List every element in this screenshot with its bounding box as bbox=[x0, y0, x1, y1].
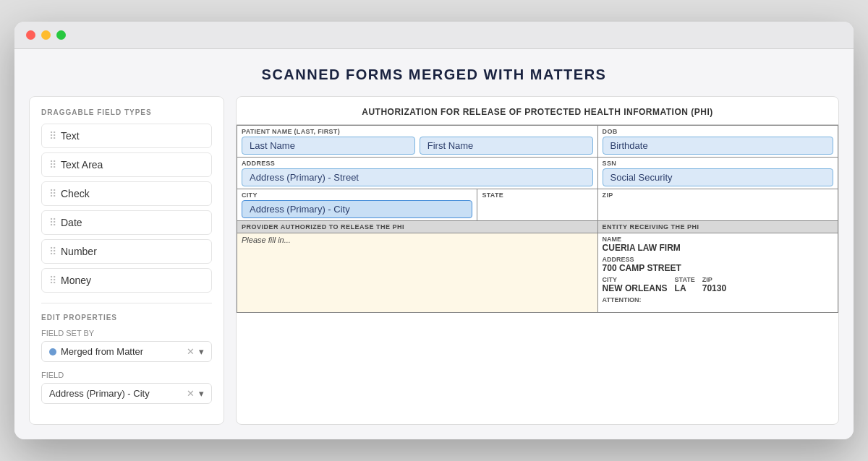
entity-label-cell: ENTITY RECEIVING THE PHI bbox=[597, 221, 838, 233]
address-street-field[interactable]: Address (Primary) - Street bbox=[242, 168, 593, 186]
firm-info: NAME CUERIA LAW FIRM ADDRESS 700 CAMP ST… bbox=[603, 236, 833, 303]
drag-icon-number: ⠿ bbox=[49, 246, 55, 257]
field-type-number[interactable]: ⠿ Number bbox=[41, 239, 212, 264]
patient-name-label: PATIENT NAME (LAST, FIRST) bbox=[242, 128, 593, 135]
address-label: ADDRESS bbox=[242, 160, 593, 167]
firm-city-container: CITY NEW ORLEANS bbox=[603, 276, 668, 296]
firm-name-value: CUERIA LAW FIRM bbox=[603, 243, 833, 253]
field-set-by-label: FIELD SET BY bbox=[41, 329, 212, 337]
table-row: PATIENT NAME (LAST, FIRST) Last Name Fir… bbox=[237, 126, 838, 158]
field-set-by-value-container: Merged from Matter bbox=[49, 346, 143, 357]
merged-from-matter-icon bbox=[49, 348, 56, 356]
field-type-number-label: Number bbox=[61, 246, 97, 257]
field-value-container: Address (Primary) - City bbox=[49, 388, 150, 399]
note-placeholder: Please fill in... bbox=[242, 236, 291, 244]
city-label: CITY bbox=[242, 191, 472, 199]
dob-label: DOB bbox=[603, 128, 833, 135]
birthdate-field[interactable]: Birthdate bbox=[603, 137, 833, 155]
field-type-textarea-label: Text Area bbox=[61, 159, 103, 171]
drag-icon-date: ⠿ bbox=[49, 217, 55, 228]
firm-address-label: ADDRESS bbox=[603, 256, 833, 263]
firm-address-value: 700 CAMP STREET bbox=[603, 263, 833, 273]
firm-city-row: CITY NEW ORLEANS STATE LA ZI bbox=[603, 276, 833, 296]
last-name-field[interactable]: Last Name bbox=[242, 137, 415, 155]
divider bbox=[41, 303, 212, 303]
left-panel: DRAGGABLE FIELD TYPES ⠿ Text ⠿ Text Area… bbox=[29, 96, 224, 425]
city-cell: CITY Address (Primary) - City bbox=[237, 189, 477, 221]
first-name-field[interactable]: First Name bbox=[420, 137, 593, 155]
field-type-text[interactable]: ⠿ Text bbox=[41, 124, 212, 148]
page-content: SCANNED FORMS MERGED WITH MATTERS DRAGGA… bbox=[14, 49, 854, 439]
address-cell: ADDRESS Address (Primary) - Street bbox=[237, 158, 598, 189]
field-type-money[interactable]: ⠿ Money bbox=[41, 268, 212, 293]
right-panel: AUTHORIZATION FOR RELEASE OF PROTECTED H… bbox=[236, 96, 839, 425]
form-table: PATIENT NAME (LAST, FIRST) Last Name Fir… bbox=[237, 125, 838, 313]
field-type-date[interactable]: ⠿ Date bbox=[41, 210, 212, 235]
field-type-date-label: Date bbox=[61, 217, 82, 228]
scanned-form: PATIENT NAME (LAST, FIRST) Last Name Fir… bbox=[237, 125, 838, 313]
table-row: ADDRESS Address (Primary) - Street SSN S… bbox=[237, 158, 838, 189]
firm-state-value: LA bbox=[675, 283, 695, 293]
address-city-field[interactable]: Address (Primary) - City bbox=[242, 200, 472, 218]
drag-icon-textarea: ⠿ bbox=[49, 159, 55, 171]
field-set-by-select[interactable]: Merged from Matter ✕ ▾ bbox=[41, 341, 212, 362]
table-row: Please fill in... NAME CUERIA LAW FIRM A… bbox=[237, 233, 838, 313]
field-set-by-value: Merged from Matter bbox=[61, 346, 143, 357]
field-type-text-label: Text bbox=[61, 130, 80, 142]
firm-state-label: STATE bbox=[675, 276, 695, 283]
state-cell: STATE bbox=[477, 189, 597, 221]
chevron-down-icon-field: ▾ bbox=[199, 388, 204, 399]
dob-cell: DOB Birthdate bbox=[597, 126, 838, 158]
social-security-field[interactable]: Social Security bbox=[603, 168, 833, 186]
firm-city-value: NEW ORLEANS bbox=[603, 283, 668, 293]
titlebar bbox=[14, 22, 854, 49]
field-type-money-label: Money bbox=[61, 275, 91, 286]
state-label: STATE bbox=[482, 191, 592, 199]
field-type-check-label: Check bbox=[61, 188, 90, 199]
zip-label: ZIP bbox=[603, 191, 833, 199]
firm-zip-label: ZIP bbox=[702, 276, 726, 283]
zip-cell: ZIP bbox=[597, 189, 838, 221]
draggable-label: DRAGGABLE FIELD TYPES bbox=[41, 108, 212, 116]
field-select[interactable]: Address (Primary) - City ✕ ▾ bbox=[41, 383, 212, 404]
section-divider-row: PROVIDER AUTHORIZED TO RELEASE THE PHI E… bbox=[237, 221, 838, 233]
drag-icon-text: ⠿ bbox=[49, 130, 55, 142]
ssn-label: SSN bbox=[603, 160, 833, 167]
main-area: DRAGGABLE FIELD TYPES ⠿ Text ⠿ Text Area… bbox=[14, 96, 854, 439]
ssn-cell: SSN Social Security bbox=[597, 158, 838, 189]
edit-props-label: EDIT PROPERTIES bbox=[41, 314, 212, 322]
page-title: SCANNED FORMS MERGED WITH MATTERS bbox=[14, 49, 854, 96]
table-row: CITY Address (Primary) - City STATE ZIP bbox=[237, 189, 838, 221]
drag-icon-money: ⠿ bbox=[49, 275, 55, 286]
field-type-textarea[interactable]: ⠿ Text Area bbox=[41, 152, 212, 177]
note-cell[interactable]: Please fill in... bbox=[237, 233, 598, 313]
firm-zip-value: 70130 bbox=[702, 283, 726, 293]
field-type-check[interactable]: ⠿ Check bbox=[41, 181, 212, 206]
chevron-down-icon: ▾ bbox=[199, 346, 204, 357]
firm-attention-label: ATTENTION: bbox=[603, 296, 833, 303]
firm-state-container: STATE LA bbox=[675, 276, 695, 296]
firm-name-label: NAME bbox=[603, 236, 833, 243]
firm-info-cell: NAME CUERIA LAW FIRM ADDRESS 700 CAMP ST… bbox=[597, 233, 838, 313]
firm-zip-container: ZIP 70130 bbox=[702, 276, 726, 296]
patient-name-cell: PATIENT NAME (LAST, FIRST) Last Name Fir… bbox=[237, 126, 598, 158]
form-title: AUTHORIZATION FOR RELEASE OF PROTECTED H… bbox=[237, 97, 838, 125]
select-controls: ✕ ▾ bbox=[187, 346, 204, 357]
clear-field[interactable]: ✕ bbox=[187, 388, 195, 399]
clear-field-set-by[interactable]: ✕ bbox=[187, 346, 195, 357]
app-window: SCANNED FORMS MERGED WITH MATTERS DRAGGA… bbox=[14, 22, 854, 439]
drag-icon-check: ⠿ bbox=[49, 188, 55, 199]
minimize-button[interactable] bbox=[41, 30, 51, 40]
maximize-button[interactable] bbox=[56, 30, 66, 40]
field-label: FIELD bbox=[41, 371, 212, 379]
firm-city-label: CITY bbox=[603, 276, 668, 283]
provider-label-cell: PROVIDER AUTHORIZED TO RELEASE THE PHI bbox=[237, 221, 598, 233]
field-value: Address (Primary) - City bbox=[49, 388, 150, 399]
field-select-controls: ✕ ▾ bbox=[187, 388, 204, 399]
close-button[interactable] bbox=[26, 30, 35, 40]
